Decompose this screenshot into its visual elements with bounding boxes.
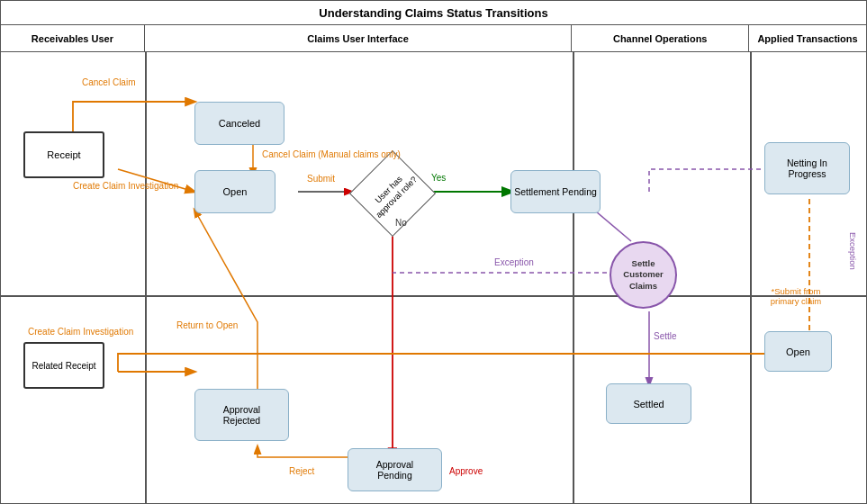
settlement-pending-node: Settlement Pending xyxy=(510,170,601,213)
label-create-claim-inv2: Create Claim Investigation xyxy=(28,327,133,337)
netting-in-progress-node: Netting In Progress xyxy=(764,142,850,194)
label-approve: Approve xyxy=(449,466,483,476)
columns-header: Receivables User Claims User Interface C… xyxy=(1,25,866,52)
label-submit-primary: *Submit from primary claim xyxy=(755,286,836,306)
canceled-node: Canceled xyxy=(194,102,284,145)
label-cancel-claim: Cancel Claim xyxy=(82,77,135,87)
label-return-to-open: Return to Open xyxy=(176,320,238,330)
approval-pending-node: Approval Pending xyxy=(348,448,442,491)
settle-customer-node: Settle Customer Claims xyxy=(610,241,677,309)
label-submit: Submit xyxy=(307,174,335,184)
row-divider-1 xyxy=(1,295,867,297)
arrows-svg xyxy=(1,52,867,504)
col-divider-1 xyxy=(145,52,147,504)
diagram-container: Understanding Claims Status Transitions … xyxy=(0,0,867,504)
related-receipt-node: Related Receipt xyxy=(23,342,104,389)
diagram-title: Understanding Claims Status Transitions xyxy=(1,1,866,25)
col-header-claims: Claims User Interface xyxy=(145,25,573,51)
label-reject: Reject xyxy=(289,466,314,476)
settled-node: Settled xyxy=(606,383,691,424)
open-node: Open xyxy=(194,170,275,213)
label-exception: Exception xyxy=(494,257,534,267)
label-exception-right: Exception xyxy=(848,232,858,270)
diagram-body: Receipt Related Receipt Canceled Open Us… xyxy=(1,52,867,504)
approval-diamond: User has approval role? xyxy=(359,160,426,227)
label-settle: Settle xyxy=(654,331,677,341)
label-no: No xyxy=(395,218,407,228)
col-header-receivables: Receivables User xyxy=(1,25,145,51)
receipt-node: Receipt xyxy=(23,131,104,178)
open-applied-node: Open xyxy=(764,331,832,372)
approval-rejected-node: Approval Rejected xyxy=(194,389,289,441)
col-divider-2 xyxy=(573,52,574,504)
label-yes: Yes xyxy=(431,173,446,183)
col-header-applied: Applied Transactions xyxy=(749,25,866,51)
label-create-claim-inv: Create Claim Investigation xyxy=(73,181,178,191)
label-cancel-claim-manual: Cancel Claim (Manual claims only) xyxy=(262,149,401,159)
col-header-channel: Channel Operations xyxy=(572,25,749,51)
col-divider-3 xyxy=(750,52,752,504)
